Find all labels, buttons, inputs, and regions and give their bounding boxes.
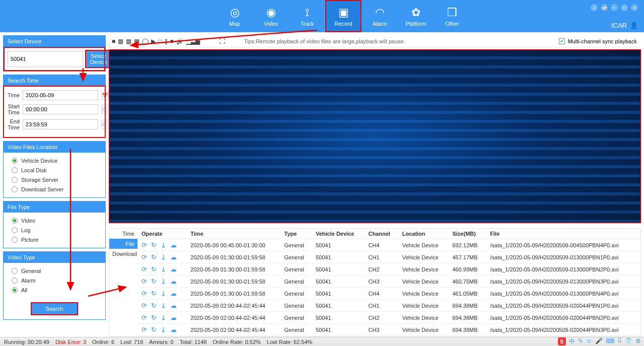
bars-icon[interactable]: ▁▃▅ [186,38,200,45]
table-row[interactable]: ⟳↻⤓☁2020-05-09 01:30:00-01:59:58General5… [137,275,640,288]
sync-playback-toggle[interactable]: ✔ Multi-channel sync playback [559,38,637,44]
cloud-icon[interactable]: ☁ [170,326,177,333]
nav-tab-record[interactable]: ▣Record [325,0,362,32]
replay-icon[interactable]: ↻ [151,302,157,309]
tray-icon[interactable]: ⚙ [635,337,641,346]
cloud-icon[interactable]: ☁ [170,278,177,285]
picker-icon[interactable]: 📅 [101,91,108,100]
download-icon[interactable]: ⤓ [161,241,166,249]
column-header[interactable]: Vehicle Device [312,229,365,239]
record-circle-icon[interactable]: ◯ [142,38,149,45]
table-row[interactable]: ⟳↻⤓☁2020-05-09 02:00:44-02:45:44General5… [137,336,640,337]
column-header[interactable]: Size(MB) [448,229,486,239]
nav-tab-track[interactable]: ⟟Track [289,0,325,32]
volume-icon[interactable]: 🔊 [176,38,184,45]
grid9-icon[interactable]: ▦ [126,38,131,45]
column-header[interactable]: Type [280,229,312,239]
maximize-icon[interactable]: □ [621,4,628,11]
device-input[interactable] [8,51,83,67]
tab-file[interactable]: File [109,239,137,249]
radio-option[interactable]: All [12,287,97,293]
layout-icons[interactable]: ■ ▦ ▦ ▦ ◯ ▶ □ ‖ ■ 🔊 ▁▃▅ [112,38,200,45]
grid1-icon[interactable]: ■ [112,38,115,45]
radio-option[interactable]: Download Server [12,186,97,192]
cloud-icon[interactable]: ☁ [170,302,177,309]
play-icon[interactable]: ⟳ [141,326,147,333]
table-row[interactable]: ⟳↻⤓☁2020-05-09 02:00:44-02:45:44General5… [137,312,640,324]
table-row[interactable]: ⟳↻⤓☁2020-05-09 01:30:00-01:59:58General5… [137,263,640,275]
tray-icon[interactable]: 中 [569,337,575,346]
replay-icon[interactable]: ↻ [151,290,157,297]
download-icon[interactable]: ⤓ [161,278,166,285]
replay-icon[interactable]: ↻ [151,253,157,261]
grid16-icon[interactable]: ▦ [134,38,139,45]
radio-option[interactable]: Video [12,218,97,224]
nav-tab-platform[interactable]: ✿Platform [398,0,434,32]
radio-option[interactable]: Storage Server [12,177,97,183]
info-icon[interactable]: i [591,4,598,11]
replay-icon[interactable]: ↻ [151,326,157,333]
download-icon[interactable]: ⤓ [161,290,166,297]
play-icon[interactable]: ⟳ [141,253,147,261]
replay-icon[interactable]: ↻ [151,265,157,273]
play-icon[interactable]: ⟳ [141,302,147,309]
replay-icon[interactable]: ↻ [151,314,157,321]
nav-tab-other[interactable]: ❒Other [434,0,470,32]
tray-icon[interactable]: ☺ [586,337,592,346]
nav-tab-alarm[interactable]: ◠Alarm [362,0,398,32]
column-header[interactable]: Channel [365,229,398,239]
download-icon[interactable]: ⤓ [161,302,166,309]
tray-icon[interactable]: 🎤 [595,337,603,346]
picker-icon[interactable]: ⏱ [101,120,107,129]
fullscreen-icon[interactable]: ⛶ [219,38,225,45]
picker-icon[interactable]: ⏱ [101,105,107,114]
time-input[interactable] [23,90,98,100]
column-header[interactable]: File [486,229,640,239]
radio-option[interactable]: General [12,268,97,274]
cloud-icon[interactable]: ☁ [170,253,177,261]
cloud-icon[interactable]: ☁ [170,290,177,297]
swap-icon[interactable]: ⇄ [601,4,608,11]
select-device-button[interactable]: Select Device [86,51,111,67]
download-icon[interactable]: ⤓ [161,314,166,321]
play-icon[interactable]: ⟳ [141,241,147,249]
cloud-icon[interactable]: ☁ [170,265,177,273]
play-icon[interactable]: ⟳ [141,265,147,273]
column-header[interactable]: Time [186,229,280,239]
tray-icon[interactable]: ⌨ [606,337,614,346]
checkbox-icon[interactable]: ✔ [559,38,565,44]
cloud-icon[interactable]: ☁ [170,314,177,321]
cloud-icon[interactable]: ☁ [170,241,177,249]
play-icon[interactable]: ▶ [151,38,156,45]
tab-download[interactable]: Download [109,249,137,259]
stop-icon[interactable]: □ [158,38,162,45]
tray-icon[interactable]: 👕 [625,337,632,346]
replay-icon[interactable]: ↻ [151,278,157,285]
video-preview[interactable] [109,49,641,223]
radio-option[interactable]: Alarm [12,278,97,284]
time-input[interactable] [23,119,98,129]
replay-icon[interactable]: ↻ [151,241,157,249]
play-icon[interactable]: ⟳ [141,314,147,321]
ime-badge-icon[interactable]: S [558,337,566,345]
grid4-icon[interactable]: ▦ [118,38,123,45]
minimize-icon[interactable]: − [611,4,618,11]
radio-option[interactable]: Vehicle Device [12,158,97,164]
column-header[interactable]: Operate [137,229,186,239]
pause-icon[interactable]: ‖ [165,38,168,45]
results-grid[interactable]: OperateTimeTypeVehicle DeviceChannelLoca… [137,229,640,336]
time-input[interactable] [23,104,98,114]
nav-tab-map[interactable]: ◎Map [217,0,253,32]
table-row[interactable]: ⟳↻⤓☁2020-05-09 01:30:00-01:59:58General5… [137,251,640,263]
download-icon[interactable]: ⤓ [161,265,166,273]
column-header[interactable]: Location [398,229,449,239]
close-icon[interactable]: × [631,4,638,11]
table-row[interactable]: ⟳↻⤓☁2020-05-09 02:00:44-02:45:44General5… [137,324,640,336]
tab-time[interactable]: Time [109,229,137,239]
radio-option[interactable]: Picture [12,237,97,243]
nav-tab-video[interactable]: ◉Video [253,0,289,32]
download-icon[interactable]: ⤓ [161,253,166,261]
download-icon[interactable]: ⤓ [161,326,166,333]
tray-icon[interactable]: ⠿ [617,337,622,346]
table-row[interactable]: ⟳↻⤓☁2020-05-09 02:00:44-02:45:44General5… [137,300,640,312]
